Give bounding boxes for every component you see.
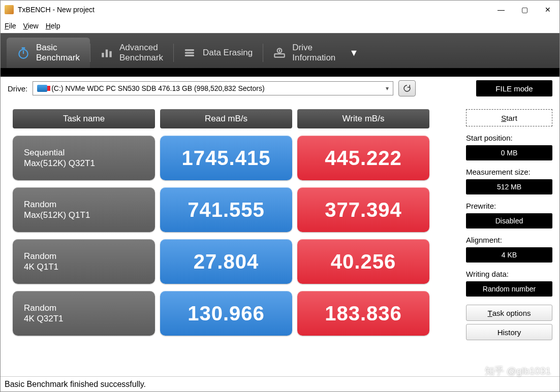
svg-rect-3 bbox=[102, 53, 104, 57]
measurement-size-value[interactable]: 512 MB bbox=[466, 179, 552, 194]
writing-data-label: Writing data: bbox=[466, 270, 552, 278]
app-icon bbox=[5, 5, 14, 14]
drive-select[interactable]: (C:) NVMe WDC PC SN530 SDB 476.13 GB (99… bbox=[33, 81, 393, 95]
tab-data-erasing[interactable]: Data Erasing bbox=[173, 38, 263, 68]
start-button[interactable]: Start bbox=[466, 109, 552, 126]
read-value[interactable]: 1745.415 bbox=[160, 136, 292, 180]
window-title: TxBENCH - New project bbox=[18, 6, 95, 14]
history-button[interactable]: History bbox=[466, 324, 552, 340]
tab-basic-benchmark[interactable]: BasicBenchmark bbox=[7, 38, 90, 68]
prewrite-label: Prewrite: bbox=[466, 202, 552, 210]
task-name-cell[interactable]: Sequential Max(512K) Q32T1 bbox=[13, 136, 155, 180]
tab-label: AdvancedBenchmark bbox=[119, 43, 163, 62]
menu-file[interactable]: File bbox=[5, 22, 16, 30]
start-position-label: Start position: bbox=[466, 134, 552, 142]
svg-rect-5 bbox=[109, 51, 111, 57]
drive-label: Drive: bbox=[8, 84, 27, 93]
status-text: Basic Benchmark finished successfully. bbox=[5, 380, 146, 389]
task-line1: Random bbox=[24, 199, 144, 210]
erase-icon bbox=[183, 46, 197, 59]
read-value[interactable]: 130.966 bbox=[160, 291, 292, 336]
drivebar: Drive: (C:) NVMe WDC PC SN530 SDB 476.13… bbox=[1, 77, 559, 100]
svg-rect-4 bbox=[106, 50, 108, 57]
header-read: Read mB/s bbox=[160, 109, 292, 128]
alignment-label: Alignment: bbox=[466, 236, 552, 244]
alignment-value[interactable]: 4 KB bbox=[466, 247, 552, 263]
task-line2: 4K Q1T1 bbox=[24, 262, 144, 272]
header-write: Write mB/s bbox=[297, 109, 429, 128]
header-task: Task name bbox=[13, 109, 155, 128]
tab-label: BasicBenchmark bbox=[36, 43, 80, 62]
prewrite-value[interactable]: Disabled bbox=[466, 213, 552, 228]
task-line1: Random bbox=[24, 251, 144, 262]
read-value[interactable]: 27.804 bbox=[160, 239, 292, 284]
tab-advanced-benchmark[interactable]: AdvancedBenchmark bbox=[90, 38, 173, 68]
task-name-cell[interactable]: Random 4K Q32T1 bbox=[13, 291, 155, 336]
window-buttons: — ▢ ✕ bbox=[489, 2, 559, 18]
svg-rect-2 bbox=[22, 47, 25, 49]
file-mode-button[interactable]: FILE mode bbox=[476, 80, 552, 96]
results-panel: Task name Read mB/s Write mB/s Sequentia… bbox=[8, 107, 456, 376]
minimize-button[interactable]: — bbox=[489, 2, 513, 18]
tab-more-dropdown[interactable]: ▼ bbox=[346, 38, 362, 68]
task-line2: 4K Q32T1 bbox=[24, 313, 144, 324]
write-value[interactable]: 183.836 bbox=[297, 291, 429, 336]
measurement-size-label: Measurement size: bbox=[466, 168, 552, 176]
task-line2: Max(512K) Q32T1 bbox=[24, 158, 144, 169]
task-name-cell[interactable]: Random Max(512K) Q1T1 bbox=[13, 187, 155, 232]
task-name-cell[interactable]: Random 4K Q1T1 bbox=[13, 239, 155, 284]
menu-view[interactable]: View bbox=[23, 22, 39, 30]
task-line1: Sequential bbox=[24, 147, 144, 158]
refresh-icon bbox=[402, 84, 412, 93]
chevron-down-icon: ▾ bbox=[386, 85, 389, 92]
svg-rect-6 bbox=[275, 54, 285, 57]
side-panel: Start Start position: 0 MB Measurement s… bbox=[466, 107, 552, 376]
result-row: Sequential Max(512K) Q32T1 1745.415 445.… bbox=[8, 136, 456, 180]
result-row: Random Max(512K) Q1T1 741.555 377.394 bbox=[8, 187, 456, 232]
menubar: File View Help bbox=[1, 19, 559, 33]
result-row: Random 4K Q32T1 130.966 183.836 bbox=[8, 291, 456, 336]
task-line1: Random bbox=[24, 303, 144, 313]
status-bar: Basic Benchmark finished successfully. bbox=[1, 376, 559, 391]
tab-underline bbox=[1, 69, 559, 77]
write-value[interactable]: 377.394 bbox=[297, 187, 429, 232]
stopwatch-icon bbox=[17, 46, 30, 59]
write-value[interactable]: 40.256 bbox=[297, 239, 429, 284]
maximize-button[interactable]: ▢ bbox=[513, 2, 536, 18]
tab-label: Data Erasing bbox=[203, 48, 253, 58]
tab-drive-information[interactable]: DriveInformation bbox=[263, 38, 346, 68]
tab-label: DriveInformation bbox=[292, 43, 335, 62]
main-area: Task name Read mB/s Write mB/s Sequentia… bbox=[1, 100, 559, 376]
start-position-value[interactable]: 0 MB bbox=[466, 145, 552, 160]
titlebar: TxBENCH - New project — ▢ ✕ bbox=[1, 1, 559, 19]
drive-selected-text: (C:) NVMe WDC PC SN530 SDB 476.13 GB (99… bbox=[51, 84, 264, 92]
bars-icon bbox=[100, 46, 113, 59]
write-value[interactable]: 445.222 bbox=[297, 136, 429, 180]
read-value[interactable]: 741.555 bbox=[160, 187, 292, 232]
results-header: Task name Read mB/s Write mB/s bbox=[8, 109, 456, 128]
menu-help[interactable]: Help bbox=[46, 22, 60, 30]
task-options-button[interactable]: Task options bbox=[466, 305, 552, 321]
drive-icon bbox=[37, 85, 47, 92]
task-line2: Max(512K) Q1T1 bbox=[24, 210, 144, 220]
writing-data-value[interactable]: Random number bbox=[466, 281, 552, 297]
close-button[interactable]: ✕ bbox=[536, 2, 559, 18]
drive-info-icon bbox=[273, 46, 286, 59]
result-row: Random 4K Q1T1 27.804 40.256 bbox=[8, 239, 456, 284]
refresh-button[interactable] bbox=[398, 80, 416, 96]
tabbar: BasicBenchmark AdvancedBenchmark Data Er… bbox=[1, 33, 559, 69]
